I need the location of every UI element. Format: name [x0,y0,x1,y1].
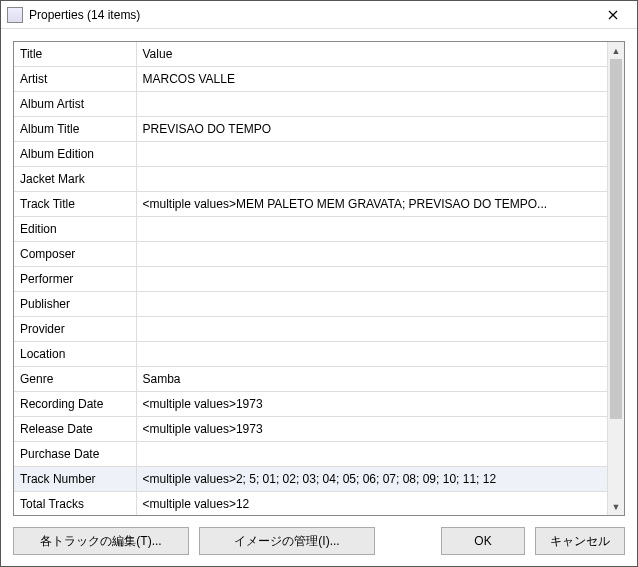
window-title: Properties (14 items) [29,8,591,22]
property-value[interactable]: MARCOS VALLE [136,67,607,92]
property-key: Purchase Date [14,442,136,467]
table-row[interactable]: Track Number<multiple values>2; 5; 01; 0… [14,467,607,492]
scroll-up-arrow-icon[interactable]: ▲ [608,42,624,59]
property-value[interactable]: PREVISAO DO TEMPO [136,117,607,142]
properties-window: Properties (14 items) TitleValueArtistMA… [0,0,638,567]
property-value[interactable]: <multiple values>12 [136,492,607,516]
grid-scroll: TitleValueArtistMARCOS VALLEAlbum Artist… [14,42,607,515]
table-row[interactable]: Album Edition [14,142,607,167]
property-key: Publisher [14,292,136,317]
column-header-value: Value [136,42,607,67]
content-area: TitleValueArtistMARCOS VALLEAlbum Artist… [1,29,637,516]
property-key: Jacket Mark [14,167,136,192]
table-row[interactable]: Performer [14,267,607,292]
table-row[interactable]: Recording Date<multiple values>1973 [14,392,607,417]
property-value[interactable] [136,242,607,267]
property-value[interactable] [136,292,607,317]
property-key: Performer [14,267,136,292]
table-row[interactable]: Total Tracks<multiple values>12 [14,492,607,516]
property-value[interactable] [136,442,607,467]
button-bar: 各トラックの編集(T)... イメージの管理(I)... OK キャンセル [1,516,637,566]
property-value[interactable]: <multiple values>1973 [136,392,607,417]
property-value[interactable]: Samba [136,367,607,392]
property-key: Recording Date [14,392,136,417]
property-key: Provider [14,317,136,342]
table-row[interactable]: Edition [14,217,607,242]
cancel-button[interactable]: キャンセル [535,527,625,555]
property-value[interactable] [136,217,607,242]
app-icon [7,7,23,23]
table-row[interactable]: Composer [14,242,607,267]
table-row[interactable]: Release Date<multiple values>1973 [14,417,607,442]
property-key: Track Title [14,192,136,217]
property-key: Release Date [14,417,136,442]
property-key: Album Title [14,117,136,142]
scroll-down-arrow-icon[interactable]: ▼ [608,498,624,515]
table-row[interactable]: ArtistMARCOS VALLE [14,67,607,92]
manage-images-button[interactable]: イメージの管理(I)... [199,527,375,555]
table-row[interactable]: GenreSamba [14,367,607,392]
property-value[interactable] [136,167,607,192]
column-header-title: Title [14,42,136,67]
property-value[interactable] [136,342,607,367]
close-button[interactable] [591,2,635,28]
table-header-row: TitleValue [14,42,607,67]
ok-button[interactable]: OK [441,527,525,555]
table-row[interactable]: Album TitlePREVISAO DO TEMPO [14,117,607,142]
table-row[interactable]: Publisher [14,292,607,317]
close-icon [608,10,618,20]
table-row[interactable]: Location [14,342,607,367]
table-row[interactable]: Jacket Mark [14,167,607,192]
property-value[interactable] [136,267,607,292]
property-value[interactable]: <multiple values>1973 [136,417,607,442]
vertical-scrollbar[interactable]: ▲ ▼ [607,42,624,515]
table-row[interactable]: Purchase Date [14,442,607,467]
table-row[interactable]: Provider [14,317,607,342]
table-row[interactable]: Album Artist [14,92,607,117]
property-value[interactable] [136,92,607,117]
property-key: Location [14,342,136,367]
property-value[interactable] [136,317,607,342]
scrollbar-thumb[interactable] [610,59,622,419]
table-row[interactable]: Track Title<multiple values>MEM PALETO M… [14,192,607,217]
property-value[interactable]: <multiple values>2; 5; 01; 02; 03; 04; 0… [136,467,607,492]
properties-grid: TitleValueArtistMARCOS VALLEAlbum Artist… [13,41,625,516]
property-value[interactable] [136,142,607,167]
titlebar: Properties (14 items) [1,1,637,29]
edit-tracks-button[interactable]: 各トラックの編集(T)... [13,527,189,555]
property-value[interactable]: <multiple values>MEM PALETO MEM GRAVATA;… [136,192,607,217]
property-key: Edition [14,217,136,242]
property-key: Album Edition [14,142,136,167]
property-key: Artist [14,67,136,92]
property-key: Album Artist [14,92,136,117]
property-key: Total Tracks [14,492,136,516]
property-key: Composer [14,242,136,267]
properties-table: TitleValueArtistMARCOS VALLEAlbum Artist… [14,42,607,515]
property-key: Track Number [14,467,136,492]
property-key: Genre [14,367,136,392]
